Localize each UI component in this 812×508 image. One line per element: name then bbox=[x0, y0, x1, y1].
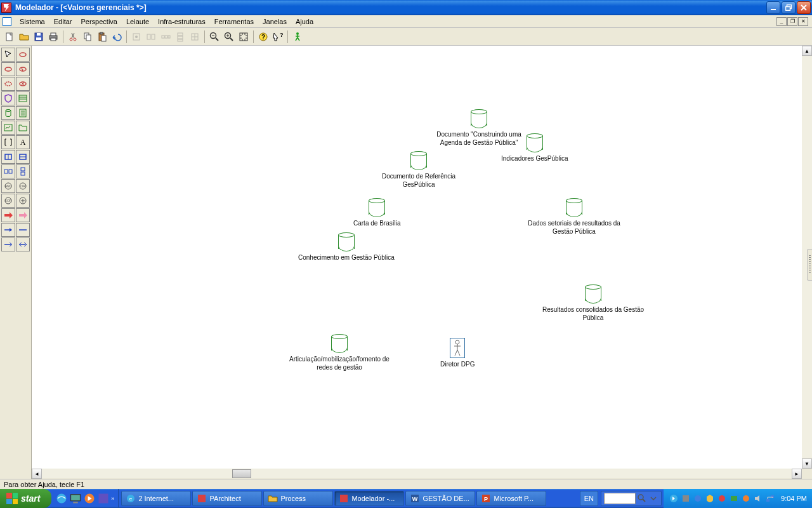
bidir-arrow-tool[interactable] bbox=[16, 237, 30, 251]
menu-infraestruturas[interactable]: Infra-estruturas bbox=[154, 17, 210, 27]
tray-volume-icon[interactable] bbox=[753, 493, 763, 504]
mdi-system-icon[interactable] bbox=[3, 17, 11, 26]
line-arrow2-tool[interactable] bbox=[1, 237, 15, 251]
menu-ferramentas[interactable]: Ferramentas bbox=[210, 17, 258, 27]
svg-line-29 bbox=[216, 38, 218, 41]
context-help-button[interactable]: ? bbox=[271, 30, 285, 44]
language-indicator[interactable]: EN bbox=[580, 491, 598, 506]
task-gestao[interactable]: WGESTÃO DE... bbox=[405, 491, 475, 506]
diagram-canvas[interactable]: Documento "Construindo uma Agenda de Ges… bbox=[32, 46, 802, 469]
table-tool[interactable] bbox=[16, 91, 30, 105]
node-doc-referencia[interactable]: Documento de Referência GesPública bbox=[365, 151, 473, 189]
box-blue-1-tool[interactable] bbox=[1, 150, 15, 164]
zoom-out-button[interactable] bbox=[207, 30, 221, 44]
run-button[interactable] bbox=[291, 30, 304, 44]
ql-expand-icon[interactable]: » bbox=[111, 495, 114, 502]
folder-tool[interactable] bbox=[16, 121, 30, 135]
help-button[interactable]: ? bbox=[256, 30, 270, 44]
print-button[interactable] bbox=[46, 30, 60, 44]
ql-media-icon[interactable] bbox=[83, 491, 96, 505]
scroll-left-button[interactable]: ◄ bbox=[32, 469, 42, 479]
new-button[interactable] bbox=[3, 30, 16, 44]
save-button[interactable] bbox=[32, 30, 46, 44]
horizontal-scrollbar[interactable]: ◄ ► bbox=[32, 469, 802, 479]
menu-janelas[interactable]: Janelas bbox=[258, 17, 291, 27]
document-tool[interactable] bbox=[16, 106, 30, 120]
tray-icon-6[interactable] bbox=[741, 493, 751, 504]
menu-leiaute[interactable]: Leiaute bbox=[122, 17, 154, 27]
node-actor-diretor[interactable]: Diretor DPG bbox=[440, 338, 475, 369]
side-panel-grip[interactable] bbox=[807, 249, 812, 281]
chart-tool[interactable] bbox=[1, 121, 15, 135]
search-icon[interactable] bbox=[637, 493, 647, 504]
box-blue-4-tool[interactable] bbox=[16, 164, 30, 178]
pointer-tool[interactable] bbox=[1, 48, 15, 62]
cut-button[interactable] bbox=[66, 30, 80, 44]
task-powerpoint[interactable]: PMicrosoft P... bbox=[476, 491, 546, 506]
minimize-button[interactable] bbox=[766, 1, 780, 14]
ql-app-icon[interactable] bbox=[97, 491, 110, 505]
zoom-in-button[interactable] bbox=[222, 30, 236, 44]
box-blue-2-tool[interactable] bbox=[16, 150, 30, 164]
ellipse-bolt2-tool[interactable] bbox=[16, 77, 30, 91]
tray-network-icon[interactable] bbox=[765, 493, 775, 504]
node-conhecimento[interactable]: Conhecimento em Gestão Pública bbox=[298, 232, 395, 262]
deskbar-search-input[interactable] bbox=[604, 493, 636, 504]
node-articulacao[interactable]: Articulação/mobilização/fomento de redes… bbox=[285, 334, 393, 371]
task-internet-explorer[interactable]: e2 Internet... bbox=[121, 491, 191, 506]
node-carta-brasilia[interactable]: Carta de Brasília bbox=[353, 198, 400, 228]
ql-desktop-icon[interactable] bbox=[69, 491, 82, 505]
tray-clock[interactable]: 9:04 PM bbox=[781, 495, 807, 502]
box-blue-3-tool[interactable] bbox=[1, 164, 15, 178]
open-button[interactable] bbox=[17, 30, 31, 44]
bracket-tool[interactable] bbox=[1, 135, 15, 149]
ellipse-tool[interactable] bbox=[16, 48, 30, 62]
gate-4-tool[interactable] bbox=[16, 194, 30, 208]
mdi-restore-button[interactable]: ❐ bbox=[787, 17, 797, 26]
cylinder-tool[interactable] bbox=[1, 106, 15, 120]
tray-icon-3[interactable] bbox=[705, 493, 715, 504]
and-gate-tool[interactable]: AND bbox=[1, 179, 15, 193]
deskbar-menu-icon[interactable] bbox=[648, 493, 658, 504]
node-indicadores[interactable]: Indicadores GesPública bbox=[501, 133, 568, 163]
start-button[interactable]: start bbox=[0, 489, 51, 508]
scroll-down-button[interactable]: ▼ bbox=[802, 458, 812, 469]
shield-tool[interactable] bbox=[1, 91, 15, 105]
scroll-right-button[interactable]: ► bbox=[792, 469, 802, 479]
scroll-up-button[interactable]: ▲ bbox=[802, 46, 812, 56]
mdi-minimize-button[interactable]: _ bbox=[776, 17, 787, 26]
ql-ie-icon[interactable] bbox=[55, 491, 68, 505]
ellipse-red-tool[interactable] bbox=[1, 62, 15, 76]
copy-button[interactable] bbox=[81, 30, 95, 44]
ellipse-dash-tool[interactable] bbox=[1, 77, 15, 91]
menu-editar[interactable]: Editar bbox=[49, 17, 77, 27]
menu-ajuda[interactable]: Ajuda bbox=[291, 17, 318, 27]
tray-chevron-icon[interactable] bbox=[669, 493, 679, 504]
tray-icon-5[interactable] bbox=[729, 493, 739, 504]
task-modelador[interactable]: Modelador -... bbox=[334, 491, 404, 506]
task-process[interactable]: Process bbox=[263, 491, 333, 506]
line-arrow-tool[interactable] bbox=[1, 223, 15, 237]
line-tool[interactable] bbox=[16, 223, 30, 237]
ellipse-bolt-tool[interactable] bbox=[16, 62, 30, 76]
close-button[interactable] bbox=[797, 1, 811, 14]
or-gate-tool[interactable]: OR bbox=[16, 179, 30, 193]
menu-perspectiva[interactable]: Perspectiva bbox=[77, 17, 122, 27]
red-arrow-tool[interactable] bbox=[1, 208, 15, 222]
undo-button[interactable] bbox=[110, 30, 124, 44]
paste-button[interactable] bbox=[95, 30, 109, 44]
node-dados-setoriais[interactable]: Dados setoriais de resultados da Gestão … bbox=[520, 198, 628, 236]
scroll-thumb[interactable] bbox=[232, 469, 251, 478]
tray-icon-1[interactable] bbox=[681, 493, 691, 504]
pink-arrow-tool[interactable] bbox=[16, 208, 30, 222]
zoom-fit-button[interactable] bbox=[237, 30, 251, 44]
xor-gate-tool[interactable]: XOR bbox=[1, 194, 15, 208]
tray-icon-2[interactable] bbox=[693, 493, 703, 504]
mdi-close-button[interactable]: ✕ bbox=[798, 17, 808, 26]
text-tool[interactable]: A bbox=[16, 135, 30, 149]
restore-button[interactable] bbox=[782, 1, 796, 14]
tray-icon-4[interactable] bbox=[717, 493, 727, 504]
menu-sistema[interactable]: Sistema bbox=[15, 17, 49, 27]
node-resultados[interactable]: Resultados consolidados da Gestão Públic… bbox=[539, 284, 647, 322]
task-parchitect[interactable]: PArchitect bbox=[192, 491, 262, 506]
